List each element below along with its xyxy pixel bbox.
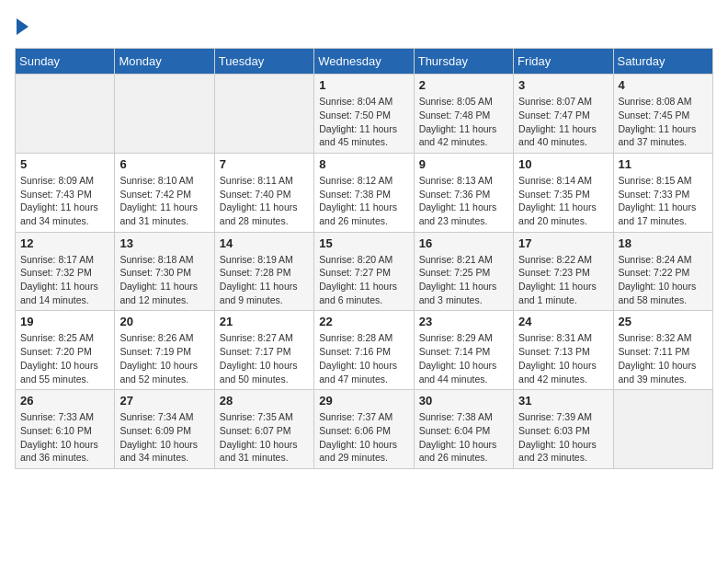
day-info: Sunrise: 8:20 AM Sunset: 7:27 PM Dayligh…	[319, 253, 408, 307]
day-info: Sunrise: 8:09 AM Sunset: 7:43 PM Dayligh…	[20, 174, 109, 228]
day-info: Sunrise: 8:25 AM Sunset: 7:20 PM Dayligh…	[20, 331, 109, 385]
day-info: Sunrise: 7:39 AM Sunset: 6:03 PM Dayligh…	[518, 410, 608, 465]
calendar-day-cell	[16, 75, 115, 154]
day-info: Sunrise: 8:17 AM Sunset: 7:32 PM Dayligh…	[20, 253, 109, 307]
day-info: Sunrise: 8:31 AM Sunset: 7:13 PM Dayligh…	[518, 331, 608, 385]
calendar-day-cell: 31Sunrise: 7:39 AM Sunset: 6:03 PM Dayli…	[514, 390, 613, 469]
calendar-day-cell: 4Sunrise: 8:08 AM Sunset: 7:45 PM Daylig…	[613, 75, 712, 154]
day-number: 22	[319, 315, 408, 328]
calendar-day-cell: 20Sunrise: 8:26 AM Sunset: 7:19 PM Dayli…	[115, 311, 214, 390]
day-of-week-header: Thursday	[414, 49, 513, 75]
day-number: 26	[20, 394, 109, 408]
day-info: Sunrise: 8:05 AM Sunset: 7:48 PM Dayligh…	[419, 95, 508, 149]
day-number: 31	[518, 394, 608, 408]
day-info: Sunrise: 8:22 AM Sunset: 7:23 PM Dayligh…	[518, 253, 608, 307]
calendar-day-cell: 6Sunrise: 8:10 AM Sunset: 7:42 PM Daylig…	[115, 153, 214, 232]
day-info: Sunrise: 7:37 AM Sunset: 6:06 PM Dayligh…	[319, 410, 408, 465]
day-number: 12	[20, 236, 109, 250]
calendar-day-cell: 8Sunrise: 8:12 AM Sunset: 7:38 PM Daylig…	[314, 153, 414, 232]
calendar-day-cell	[115, 75, 214, 154]
day-info: Sunrise: 7:38 AM Sunset: 6:04 PM Dayligh…	[419, 410, 508, 465]
calendar-day-cell: 17Sunrise: 8:22 AM Sunset: 7:23 PM Dayli…	[514, 232, 613, 311]
calendar-day-cell: 5Sunrise: 8:09 AM Sunset: 7:43 PM Daylig…	[16, 153, 115, 232]
calendar-day-cell: 22Sunrise: 8:28 AM Sunset: 7:16 PM Dayli…	[314, 311, 414, 390]
calendar-day-cell: 19Sunrise: 8:25 AM Sunset: 7:20 PM Dayli…	[16, 311, 115, 390]
day-number: 30	[419, 394, 508, 408]
calendar-day-cell: 1Sunrise: 8:04 AM Sunset: 7:50 PM Daylig…	[314, 75, 414, 154]
calendar-day-cell: 28Sunrise: 7:35 AM Sunset: 6:07 PM Dayli…	[214, 390, 313, 469]
day-info: Sunrise: 8:28 AM Sunset: 7:16 PM Dayligh…	[319, 331, 408, 385]
calendar-day-cell: 23Sunrise: 8:29 AM Sunset: 7:14 PM Dayli…	[414, 311, 513, 390]
day-info: Sunrise: 8:04 AM Sunset: 7:50 PM Dayligh…	[319, 95, 408, 149]
calendar-day-cell: 9Sunrise: 8:13 AM Sunset: 7:36 PM Daylig…	[414, 153, 513, 232]
day-info: Sunrise: 8:19 AM Sunset: 7:28 PM Dayligh…	[220, 253, 309, 307]
day-number: 29	[319, 394, 408, 408]
calendar-day-cell: 29Sunrise: 7:37 AM Sunset: 6:06 PM Dayli…	[314, 390, 414, 469]
day-number: 2	[419, 78, 508, 92]
day-of-week-header: Tuesday	[214, 49, 313, 75]
day-info: Sunrise: 8:18 AM Sunset: 7:30 PM Dayligh…	[119, 253, 209, 307]
day-number: 5	[20, 157, 109, 171]
day-number: 20	[119, 315, 209, 328]
logo	[15, 15, 28, 37]
day-number: 16	[419, 236, 508, 250]
day-number: 28	[220, 394, 309, 408]
calendar-week-row: 5Sunrise: 8:09 AM Sunset: 7:43 PM Daylig…	[16, 153, 713, 232]
day-number: 14	[220, 236, 309, 250]
day-of-week-header: Saturday	[613, 49, 712, 75]
day-info: Sunrise: 8:07 AM Sunset: 7:47 PM Dayligh…	[518, 95, 608, 149]
day-info: Sunrise: 8:13 AM Sunset: 7:36 PM Dayligh…	[419, 174, 508, 228]
calendar-header-row: SundayMondayTuesdayWednesdayThursdayFrid…	[16, 49, 713, 75]
day-number: 18	[619, 236, 708, 250]
day-of-week-header: Monday	[115, 49, 214, 75]
day-number: 1	[319, 78, 408, 92]
day-info: Sunrise: 8:27 AM Sunset: 7:17 PM Dayligh…	[220, 331, 309, 385]
calendar-week-row: 12Sunrise: 8:17 AM Sunset: 7:32 PM Dayli…	[16, 232, 713, 311]
day-info: Sunrise: 8:14 AM Sunset: 7:35 PM Dayligh…	[518, 174, 608, 228]
calendar-day-cell: 24Sunrise: 8:31 AM Sunset: 7:13 PM Dayli…	[514, 311, 613, 390]
calendar-day-cell: 2Sunrise: 8:05 AM Sunset: 7:48 PM Daylig…	[414, 75, 513, 154]
day-number: 17	[518, 236, 608, 250]
calendar-day-cell	[613, 390, 712, 469]
day-number: 24	[518, 315, 608, 328]
day-info: Sunrise: 8:32 AM Sunset: 7:11 PM Dayligh…	[619, 331, 708, 385]
calendar-table: SundayMondayTuesdayWednesdayThursdayFrid…	[15, 48, 713, 469]
day-number: 9	[419, 157, 508, 171]
day-info: Sunrise: 7:33 AM Sunset: 6:10 PM Dayligh…	[20, 410, 109, 465]
day-number: 19	[20, 315, 109, 328]
calendar-week-row: 19Sunrise: 8:25 AM Sunset: 7:20 PM Dayli…	[16, 311, 713, 390]
day-number: 23	[419, 315, 508, 328]
day-number: 21	[220, 315, 309, 328]
day-number: 27	[119, 394, 209, 408]
day-number: 11	[619, 157, 708, 171]
day-info: Sunrise: 8:24 AM Sunset: 7:22 PM Dayligh…	[619, 253, 708, 307]
calendar-day-cell: 3Sunrise: 8:07 AM Sunset: 7:47 PM Daylig…	[514, 75, 613, 154]
calendar-week-row: 26Sunrise: 7:33 AM Sunset: 6:10 PM Dayli…	[16, 390, 713, 469]
day-info: Sunrise: 8:08 AM Sunset: 7:45 PM Dayligh…	[619, 95, 708, 149]
day-number: 6	[119, 157, 209, 171]
calendar-day-cell: 14Sunrise: 8:19 AM Sunset: 7:28 PM Dayli…	[214, 232, 313, 311]
day-info: Sunrise: 8:15 AM Sunset: 7:33 PM Dayligh…	[619, 174, 708, 228]
day-info: Sunrise: 8:26 AM Sunset: 7:19 PM Dayligh…	[119, 331, 209, 385]
day-info: Sunrise: 7:35 AM Sunset: 6:07 PM Dayligh…	[220, 410, 309, 465]
day-info: Sunrise: 8:11 AM Sunset: 7:40 PM Dayligh…	[220, 174, 309, 228]
logo-arrow-icon	[17, 18, 28, 35]
day-of-week-header: Sunday	[16, 49, 115, 75]
day-info: Sunrise: 8:29 AM Sunset: 7:14 PM Dayligh…	[419, 331, 508, 385]
day-of-week-header: Friday	[514, 49, 613, 75]
day-number: 8	[319, 157, 408, 171]
day-of-week-header: Wednesday	[314, 49, 414, 75]
calendar-day-cell: 25Sunrise: 8:32 AM Sunset: 7:11 PM Dayli…	[613, 311, 712, 390]
day-number: 3	[518, 78, 608, 92]
day-info: Sunrise: 8:21 AM Sunset: 7:25 PM Dayligh…	[419, 253, 508, 307]
calendar-day-cell: 27Sunrise: 7:34 AM Sunset: 6:09 PM Dayli…	[115, 390, 214, 469]
calendar-day-cell: 10Sunrise: 8:14 AM Sunset: 7:35 PM Dayli…	[514, 153, 613, 232]
calendar-day-cell: 18Sunrise: 8:24 AM Sunset: 7:22 PM Dayli…	[613, 232, 712, 311]
calendar-day-cell: 16Sunrise: 8:21 AM Sunset: 7:25 PM Dayli…	[414, 232, 513, 311]
calendar-day-cell: 12Sunrise: 8:17 AM Sunset: 7:32 PM Dayli…	[16, 232, 115, 311]
day-info: Sunrise: 8:12 AM Sunset: 7:38 PM Dayligh…	[319, 174, 408, 228]
calendar-day-cell: 7Sunrise: 8:11 AM Sunset: 7:40 PM Daylig…	[214, 153, 313, 232]
calendar-day-cell: 13Sunrise: 8:18 AM Sunset: 7:30 PM Dayli…	[115, 232, 214, 311]
calendar-day-cell: 11Sunrise: 8:15 AM Sunset: 7:33 PM Dayli…	[613, 153, 712, 232]
day-number: 10	[518, 157, 608, 171]
